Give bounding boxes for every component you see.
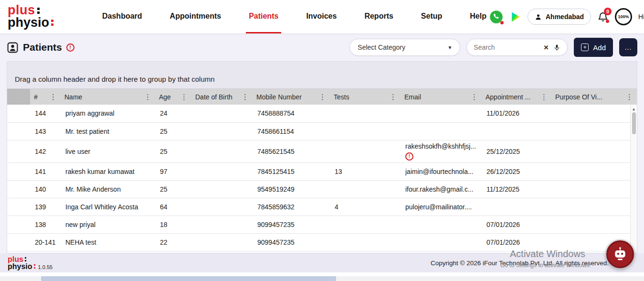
table-cell: 24 — [155, 105, 191, 122]
column-header-appointment[interactable]: Appointment ...⋮ — [482, 89, 551, 105]
table-cell: 4 — [330, 198, 401, 216]
table-body: 144priyam aggrawal24745888875411/01/2026… — [7, 105, 637, 251]
column-header-mobile[interactable]: Mobile Number⋮ — [253, 89, 330, 105]
chatbot-button[interactable] — [606, 240, 634, 268]
nav-item-dashboard[interactable]: Dashboard — [99, 0, 145, 33]
column-menu-icon[interactable]: ⋮ — [471, 93, 478, 101]
column-header-dob[interactable]: Date of Birth⋮ — [191, 89, 253, 105]
app: plus physio Dashboard Appointments Patie… — [0, 0, 644, 281]
table-cell: 13 — [330, 162, 401, 180]
column-menu-icon[interactable]: ⋮ — [50, 93, 57, 101]
navbar: plus physio Dashboard Appointments Patie… — [0, 0, 644, 33]
email-cell: pulojeru@mailinator.... — [401, 198, 482, 216]
footer-brand-plus: plus — [8, 256, 23, 263]
search-box: ✕ — [466, 39, 568, 56]
table-row[interactable]: 20-141NEHA test22909945723507/01/2026 — [7, 233, 637, 251]
table-cell: 9099457235 — [253, 216, 330, 233]
category-select[interactable]: Select Category ▼ — [349, 39, 460, 56]
column-header-name[interactable]: Name⋮ — [61, 89, 155, 105]
whatsapp-alert-dot — [500, 21, 504, 24]
column-menu-icon[interactable]: ⋮ — [144, 93, 151, 101]
vertical-scrollbar[interactable]: ▲ — [630, 105, 637, 253]
table-row[interactable]: 139Inga Carl Whitley Acosta6478458596324… — [7, 198, 637, 216]
column-header-email[interactable]: Email⋮ — [401, 89, 482, 105]
page-toolbar: Patients ! Select Category ▼ ✕ + Add ... — [0, 33, 644, 61]
table-cell: 25/12/2025 — [482, 140, 551, 162]
table-cell: 25 — [155, 122, 191, 140]
table-cell — [191, 140, 253, 162]
vertical-scroll-thumb[interactable] — [632, 112, 636, 134]
column-menu-icon[interactable]: ⋮ — [390, 93, 397, 101]
patients-grid: Drag a column header and drop it here to… — [7, 61, 637, 253]
expander-cell — [7, 162, 30, 180]
table-cell: 138 — [30, 216, 61, 233]
search-input[interactable] — [474, 43, 538, 51]
table-row[interactable]: 138new priyal18909945723507/01/2026 — [7, 216, 637, 233]
column-menu-icon[interactable]: ⋮ — [540, 93, 548, 101]
table-cell — [191, 122, 253, 140]
table-cell — [551, 180, 637, 198]
patients-icon — [7, 42, 19, 54]
column-header-tests[interactable]: Tests⋮ — [330, 89, 401, 105]
footer-logo-dots-icon — [25, 257, 26, 261]
table-cell — [191, 180, 253, 198]
location-label: Ahmedabad — [546, 13, 584, 21]
table-cell — [551, 216, 637, 233]
table-row[interactable]: 143Mr. test patient257458661154 — [7, 122, 637, 140]
logo-dot-red-icon — [51, 20, 53, 26]
table-cell — [551, 198, 637, 216]
table-cell: 97 — [155, 162, 191, 180]
more-options-button[interactable]: ... — [619, 38, 637, 56]
clear-search-icon[interactable]: ✕ — [543, 44, 549, 51]
whatsapp-icon[interactable] — [489, 10, 503, 24]
info-icon[interactable]: ! — [66, 43, 74, 52]
table-cell — [330, 180, 401, 198]
column-menu-icon[interactable]: ⋮ — [180, 93, 188, 101]
column-header-age[interactable]: Age⋮ — [155, 89, 191, 105]
nav-item-reports[interactable]: Reports — [361, 0, 396, 33]
google-play-icon[interactable] — [509, 11, 521, 23]
table-cell: priyam aggrawal — [61, 105, 155, 122]
horizontal-scrollbar[interactable] — [0, 276, 644, 281]
scroll-up-icon[interactable]: ▲ — [632, 105, 636, 112]
table-cell — [191, 105, 253, 122]
table-cell: 9099457235 — [253, 233, 330, 251]
table-row[interactable]: 141rakesh kumar kumawat97784512541513jai… — [7, 162, 637, 180]
nav-item-appointments[interactable]: Appointments — [167, 0, 224, 33]
brand-logo[interactable]: plus physio — [8, 0, 74, 33]
plus-icon: + — [581, 43, 589, 51]
table-cell: 18 — [155, 216, 191, 233]
table-row[interactable]: 142live user257485621545rakeshsokfh@kshh… — [7, 140, 637, 162]
nav-item-invoices[interactable]: Invoices — [303, 0, 339, 33]
table-cell: new priyal — [61, 216, 155, 233]
column-header-purpose[interactable]: Purpose Of Vi...⋮ — [551, 89, 637, 105]
expander-cell — [7, 198, 30, 216]
table-cell: NEHA test — [61, 233, 155, 251]
table-cell: Mr. test patient — [61, 122, 155, 140]
table-cell: 144 — [30, 105, 61, 122]
table-cell: 9549519249 — [253, 180, 330, 198]
group-by-dropzone[interactable]: Drag a column header and drop it here to… — [7, 62, 637, 89]
horizontal-scroll-thumb[interactable] — [41, 276, 336, 281]
microphone-icon[interactable] — [553, 43, 560, 52]
person-icon — [535, 13, 542, 21]
nav-item-setup[interactable]: Setup — [418, 0, 445, 33]
email-cell — [401, 216, 482, 233]
table-cell: 07/01/2026 — [482, 233, 551, 251]
column-menu-icon[interactable]: ⋮ — [626, 93, 633, 101]
table-cell: 7485621545 — [253, 140, 330, 162]
table-row[interactable]: 144priyam aggrawal24745888875411/01/2026 — [7, 105, 637, 122]
location-button[interactable]: Ahmedabad — [528, 9, 591, 25]
column-menu-icon[interactable]: ⋮ — [242, 93, 249, 101]
table-cell: 25 — [155, 180, 191, 198]
add-button-label: Add — [593, 43, 606, 52]
add-button[interactable]: + Add — [574, 38, 613, 57]
nav-item-patients[interactable]: Patients — [246, 0, 281, 33]
nav-item-help[interactable]: Help — [467, 0, 489, 33]
column-header-id[interactable]: #⋮ — [30, 89, 61, 105]
notification-bell-icon[interactable]: 0 — [597, 11, 609, 22]
table-cell: live user — [61, 140, 155, 162]
table-cell: Mr. Mike Anderson — [61, 180, 155, 198]
table-row[interactable]: 140Mr. Mike Anderson259549519249ifour.ra… — [7, 180, 637, 198]
column-menu-icon[interactable]: ⋮ — [319, 93, 326, 101]
